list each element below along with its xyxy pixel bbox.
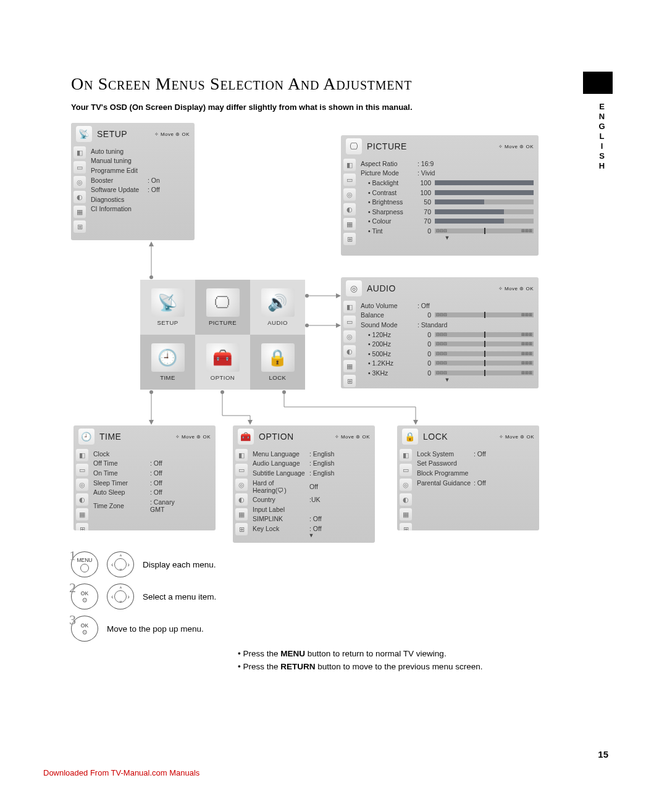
menu-row: Auto tuning xyxy=(91,146,190,156)
diagram-area: 📡 SETUP ✧ Move ⊛ OK ◧ ▭ ◎ ◐ ▦ ⊞ Auto tun… xyxy=(71,123,553,537)
menu-row: • 500Hz0⊟⊟⊟⊞⊞⊞ xyxy=(361,349,534,359)
side-icon: ◎ xyxy=(235,479,248,491)
side-icon: ⊞ xyxy=(76,523,88,530)
side-icon: ◎ xyxy=(76,479,88,491)
side-icon: ▦ xyxy=(400,508,412,521)
menu-row: Hard of Hearing(🗩) Off xyxy=(253,478,370,495)
clock-icon: 🕘 xyxy=(78,429,94,445)
menu-row: Picture Mode: Vivid xyxy=(361,169,534,178)
menu-row: Audio Language: English xyxy=(253,459,370,469)
menu-row: Sound Mode: Standard xyxy=(361,320,534,330)
menu-row: Manual tuning xyxy=(91,156,190,166)
menu-row: • Contrast100 xyxy=(361,188,534,198)
audio-panel: ◎ AUDIO ✧ Move ⊛ OK ◧ ▭ ◎ ◐ ▦ ⊞ Auto Vol… xyxy=(341,277,539,388)
side-icon: ▦ xyxy=(76,508,88,521)
panel-hint: ✧ Move ⊛ OK xyxy=(335,434,370,440)
side-icon: ◧ xyxy=(343,301,356,313)
side-icon: ◐ xyxy=(343,203,356,216)
side-icon: ◎ xyxy=(343,330,356,343)
side-icon: ◧ xyxy=(235,449,248,461)
side-icon: ◐ xyxy=(73,191,86,203)
dpad-icon xyxy=(107,551,134,577)
panel-hint: ✧ Move ⊛ OK xyxy=(175,434,211,440)
instruction-step: 2 OK⊙ Select a menu item. xyxy=(71,584,618,609)
lock-icon: 🔒 xyxy=(402,429,418,445)
menu-row: • Brightness50 xyxy=(361,197,534,207)
option-title: OPTION xyxy=(259,432,294,442)
hub-label: OPTION xyxy=(211,374,235,381)
time-title: TIME xyxy=(99,432,121,442)
menu-row: Sleep Timer: Off xyxy=(93,478,211,488)
instructions: 1 MENU Display each menu. 2 OK⊙ Select a… xyxy=(71,551,618,642)
menu-row: • Colour70 xyxy=(361,217,534,227)
instruction-step: 1 MENU Display each menu. xyxy=(71,551,618,577)
side-icon: ⊞ xyxy=(235,523,248,535)
side-icon: ▦ xyxy=(343,218,356,230)
side-icon: ◧ xyxy=(76,449,88,461)
side-icon: ▭ xyxy=(343,316,356,328)
page-title: On Screen Menus Selection And Adjustment xyxy=(71,74,618,94)
lock-title: LOCK xyxy=(423,432,448,442)
side-icon: ◐ xyxy=(400,493,412,506)
svg-marker-11 xyxy=(149,420,154,425)
time-icon: 🕘 xyxy=(151,343,185,372)
menu-row: Set Password xyxy=(417,459,534,469)
panel-hint: ✧ Move ⊛ OK xyxy=(499,434,534,440)
svg-marker-8 xyxy=(336,323,341,328)
speaker-icon: ◎ xyxy=(346,280,362,296)
svg-marker-21 xyxy=(413,420,418,425)
svg-marker-2 xyxy=(149,241,154,246)
menu-row: Subtitle Language: English xyxy=(253,468,370,478)
menu-row: Clock xyxy=(93,449,211,459)
side-icon: ⊞ xyxy=(343,375,356,387)
instruction-step: 3 OK⊙ Move to the pop up menu. xyxy=(71,616,618,642)
side-icon: ▭ xyxy=(235,464,248,476)
audio-title: AUDIO xyxy=(367,283,396,293)
side-icon: ▭ xyxy=(73,161,86,174)
menu-row: • Sharpness70 xyxy=(361,207,534,217)
picture-title: PICTURE xyxy=(367,141,407,151)
audio-icon: 🔊 xyxy=(261,288,295,317)
menu-row: Country:UK xyxy=(253,495,370,504)
svg-point-1 xyxy=(149,275,153,279)
svg-point-15 xyxy=(220,390,224,394)
menu-row: Booster: On xyxy=(91,175,190,185)
setup-title: SETUP xyxy=(97,129,127,139)
hub-label: PICTURE xyxy=(209,319,237,326)
menu-row: • Backlight100 xyxy=(361,178,534,188)
satellite-icon: 📡 xyxy=(76,126,92,142)
hub-label: AUDIO xyxy=(267,319,288,326)
side-icon: ◧ xyxy=(400,449,412,461)
side-icon: ◎ xyxy=(400,479,412,491)
menu-row: Software Update: Off xyxy=(91,185,190,195)
side-bar xyxy=(583,72,613,94)
step-number: 1 xyxy=(69,548,76,564)
instruction-text: Select a menu item. xyxy=(143,592,216,601)
option-panel: 🧰 OPTION ✧ Move ⊛ OK ◧ ▭ ◎ ◐ ▦ ⊞ Menu La… xyxy=(233,425,375,543)
monitor-icon: 🖵 xyxy=(346,138,362,154)
svg-point-20 xyxy=(282,390,286,394)
menu-row: CI Information xyxy=(91,204,190,214)
side-icon: ⊞ xyxy=(73,220,86,233)
dpad-icon xyxy=(107,584,134,609)
svg-marker-16 xyxy=(248,420,253,425)
hub-cell-lock: 🔒LOCK xyxy=(250,335,305,390)
side-icon: ◐ xyxy=(235,493,248,506)
side-icon: ▦ xyxy=(73,206,86,218)
menu-row: Off Time: Off xyxy=(93,459,211,469)
side-icon: ▭ xyxy=(343,174,356,186)
hub-cell-setup: 📡SETUP xyxy=(140,280,195,335)
note-bullets: • Press the MENU button to return to nor… xyxy=(238,649,618,671)
menu-row: Programme Edit xyxy=(91,165,190,175)
note-bullet: • Press the MENU button to return to nor… xyxy=(238,649,618,658)
toolbox-icon: 🧰 xyxy=(238,429,254,445)
menu-row: Diagnostics xyxy=(91,195,190,204)
lock-icon: 🔒 xyxy=(261,343,295,372)
menu-row: Aspect Ratio: 16:9 xyxy=(361,159,534,169)
hub-cell-time: 🕘TIME xyxy=(140,335,195,390)
step-number: 3 xyxy=(69,612,76,628)
picture-panel: 🖵 PICTURE ✧ Move ⊛ OK ◧ ▭ ◎ ◐ ▦ ⊞ Aspect… xyxy=(341,135,539,256)
hub-cell-picture: 🖵PICTURE xyxy=(195,280,250,335)
menu-hub: 📡SETUP🖵PICTURE🔊AUDIO🕘TIME🧰OPTION🔒LOCK xyxy=(140,280,305,390)
menu-row: Parental Guidance: Off xyxy=(417,478,534,488)
